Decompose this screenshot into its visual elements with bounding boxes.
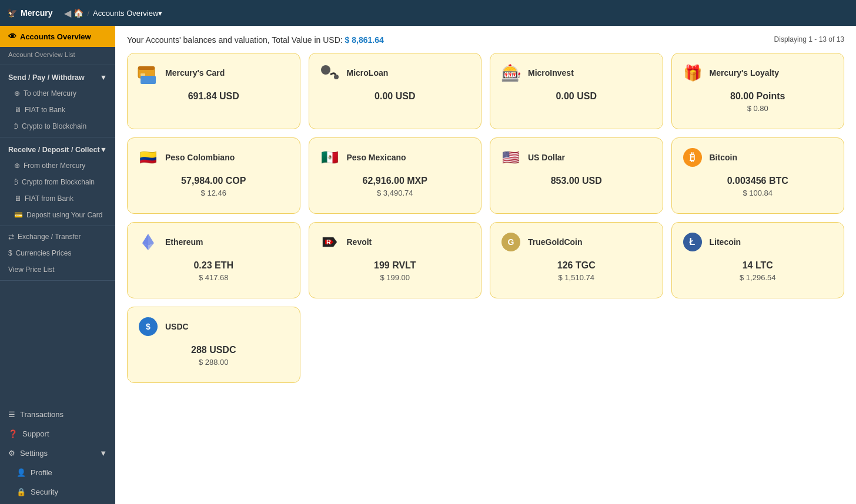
breadcrumb-nav: 🏠 / Accounts Overview▾ — [73, 8, 162, 18]
peso-colombiano-balance: 57,984.00 COP — [137, 176, 290, 186]
peso-colombiano-usd: $ 12.46 — [137, 189, 290, 197]
usdc-name: USDC — [165, 322, 189, 331]
card-peso-colombiano[interactable]: 🇨🇴 Peso Colombiano 57,984.00 COP $ 12.46 — [127, 137, 300, 214]
revolt-balance: 199 RVLT — [319, 260, 472, 271]
receive-deposit-label: Receive / Deposit / Collect — [8, 146, 100, 154]
card-ethereum[interactable]: Ethereum 0.23 ETH $ 417.68 — [127, 222, 300, 298]
peso-colombiano-name: Peso Colombiano — [165, 153, 235, 162]
truegoldcoin-name: TrueGoldCoin — [528, 237, 583, 247]
topbar: 🦅 Mercury ◀ 🏠 / Accounts Overview▾ — [0, 0, 856, 26]
card-us-dollar[interactable]: 🇺🇸 US Dollar 853.00 USD — [490, 137, 663, 214]
receive-deposit-section[interactable]: Receive / Deposit / Collect ▼ — [0, 140, 115, 157]
mexico-flag-icon: 🇲🇽 — [319, 146, 341, 169]
fiat-to-bank-label: FIAT to Bank — [25, 106, 65, 114]
card-revolt[interactable]: R Revolt 199 RVLT $ 199.00 — [309, 222, 482, 298]
loyalty-name: Mercury's Loyalty — [710, 68, 780, 78]
usdc-usd: $ 288.00 — [137, 358, 290, 367]
back-button[interactable]: ◀ — [62, 8, 73, 19]
microloan-icon — [319, 62, 341, 84]
sidebar-item-deposit-card[interactable]: 💳 Deposit using Your Card — [0, 207, 115, 223]
divider-2 — [0, 137, 115, 137]
mercurys-card-balance: 691.84 USD — [137, 91, 290, 102]
microinvest-icon: 🎰 — [500, 62, 522, 84]
card-microinvest[interactable]: 🎰 MicroInvest 0.00 USD — [490, 53, 663, 129]
svg-text:R: R — [326, 238, 331, 246]
sidebar-item-fiat-to-bank[interactable]: 🖥 FIAT to Bank — [0, 102, 115, 118]
send-pay-arrow: ▼ — [100, 73, 107, 82]
sidebar-item-crypto-to-blockchain[interactable]: ₿ Crypto to Blockchain — [0, 118, 115, 135]
sidebar-item-from-other-mercury[interactable]: ⊕ From other Mercury — [0, 157, 115, 174]
support-label: Support — [22, 429, 49, 438]
loyalty-icon: 🎁 — [681, 62, 704, 84]
card-mercurys-card[interactable]: Mercury's Card 691.84 USD — [127, 53, 300, 129]
ethereum-name: Ethereum — [165, 237, 203, 247]
lock-icon: 🔒 — [16, 488, 26, 496]
send-pay-section[interactable]: Send / Pay / Withdraw ▼ — [0, 68, 115, 85]
accounts-overview-button[interactable]: 👁 Accounts Overview — [0, 26, 115, 47]
account-overview-list-label: Account Overview List — [8, 51, 75, 58]
svg-point-4 — [321, 65, 330, 75]
plus-circle-icon: ⊕ — [14, 89, 20, 98]
us-dollar-balance: 853.00 USD — [500, 176, 653, 186]
transactions-label: Transactions — [20, 410, 63, 419]
divider-3 — [0, 226, 115, 226]
account-overview-list[interactable]: Account Overview List — [0, 47, 115, 62]
send-pay-label: Send / Pay / Withdraw — [8, 73, 85, 82]
list-icon: ☰ — [8, 410, 15, 419]
card-bitcoin[interactable]: ₿ Bitcoin 0.003456 BTC $ 100.84 — [671, 137, 845, 214]
main-header: Your Accounts' balances and valuation, T… — [127, 35, 844, 45]
revolt-icon: R — [319, 231, 341, 253]
deposit-card-label: Deposit using Your Card — [26, 211, 102, 219]
bitcoin-balance: 0.003456 BTC — [681, 176, 835, 186]
sidebar-item-support[interactable]: ❓ Support — [0, 424, 115, 443]
sidebar-item-exchange[interactable]: ⇄ Exchange / Transfer — [0, 229, 115, 245]
exchange-icon: ⇄ — [8, 233, 14, 241]
breadcrumb-current: Accounts Overview▾ — [93, 9, 162, 18]
monitor-icon-1: 🖥 — [14, 106, 21, 114]
sidebar-item-price-list[interactable]: View Price List — [0, 261, 115, 278]
sidebar-item-to-other-mercury[interactable]: ⊕ To other Mercury — [0, 85, 115, 102]
svg-point-5 — [334, 75, 339, 79]
sidebar-item-security[interactable]: 🔒 Security — [0, 482, 115, 502]
us-dollar-name: US Dollar — [528, 153, 565, 162]
card-litecoin[interactable]: Ł Litecoin 14 LTC $ 1,296.54 — [671, 222, 845, 298]
accounts-overview-label: Accounts Overview — [20, 32, 91, 41]
exchange-label: Exchange / Transfer — [18, 233, 81, 241]
bitcoin-icon-1: ₿ — [14, 122, 18, 130]
us-flag-icon: 🇺🇸 — [500, 146, 522, 169]
mercurys-card-icon — [137, 62, 159, 84]
card-loyalty[interactable]: 🎁 Mercury's Loyalty 80.00 Points $ 0.80 — [671, 53, 845, 129]
to-other-mercury-label: To other Mercury — [24, 89, 76, 98]
peso-mexicano-balance: 62,916.00 MXP — [319, 176, 472, 186]
sidebar-item-settings[interactable]: ⚙ Settings ▼ — [0, 443, 115, 463]
svg-rect-3 — [141, 76, 156, 84]
monitor-icon-2: 🖥 — [14, 194, 21, 203]
sidebar-item-fiat-from-bank[interactable]: 🖥 FIAT from Bank — [0, 190, 115, 207]
revolt-name: Revolt — [347, 237, 372, 247]
sidebar: 👁 Accounts Overview Account Overview Lis… — [0, 26, 115, 504]
card-usdc[interactable]: $ USDC 288 USDC $ 288.00 — [127, 307, 300, 383]
layout: 👁 Accounts Overview Account Overview Lis… — [0, 26, 856, 504]
sidebar-item-crypto-from-blockchain[interactable]: ₿ Crypto from Blockchain — [0, 174, 115, 190]
plus-circle-icon-2: ⊕ — [14, 162, 20, 170]
sidebar-item-transactions[interactable]: ☰ Transactions — [0, 405, 115, 424]
receive-deposit-arrow: ▼ — [100, 146, 107, 154]
svg-rect-1 — [138, 66, 155, 70]
sidebar-item-profile[interactable]: 👤 Profile — [0, 463, 115, 482]
total-value-text: Your Accounts' balances and valuation, T… — [127, 35, 384, 45]
litecoin-icon: Ł — [681, 231, 704, 253]
truegoldcoin-icon: G — [500, 231, 522, 253]
question-icon: ❓ — [8, 429, 18, 438]
ethereum-usd: $ 417.68 — [137, 273, 290, 282]
card-microloan[interactable]: MicroLoan 0.00 USD — [309, 53, 482, 129]
home-icon[interactable]: 🏠 — [73, 8, 83, 18]
colombia-flag-icon: 🇨🇴 — [137, 146, 159, 169]
card-truegoldcoin[interactable]: G TrueGoldCoin 126 TGC $ 1,510.74 — [490, 222, 663, 298]
sidebar-item-currencies[interactable]: $ Currencies Prices — [0, 245, 115, 261]
card-peso-mexicano[interactable]: 🇲🇽 Peso Mexicano 62,916.00 MXP $ 3,490.7… — [309, 137, 482, 214]
logo: 🦅 Mercury — [7, 8, 52, 18]
eye-icon: 👁 — [8, 32, 16, 41]
mercurys-card-name: Mercury's Card — [165, 68, 225, 78]
bitcoin-usd: $ 100.84 — [681, 189, 835, 197]
card-icon: 💳 — [14, 211, 23, 219]
